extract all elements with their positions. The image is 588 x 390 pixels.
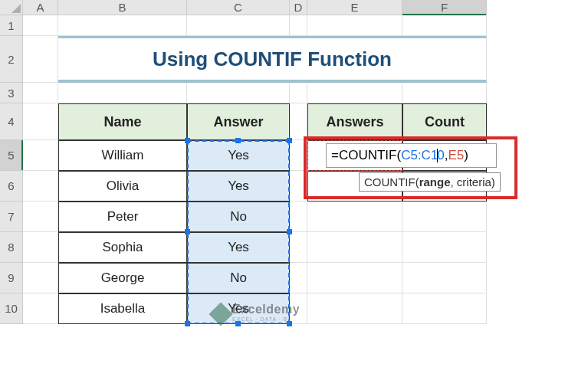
cell[interactable] <box>307 263 402 293</box>
table1-cell[interactable]: Yes <box>187 140 290 171</box>
hdr-text: Count <box>425 114 465 130</box>
cell[interactable] <box>23 83 58 103</box>
col-header-B[interactable]: B <box>58 0 187 15</box>
v: Yes <box>228 179 249 194</box>
col-label: B <box>118 1 126 14</box>
cell[interactable] <box>23 293 58 324</box>
cell[interactable] <box>23 232 58 263</box>
hdr-text: Answers <box>326 114 383 130</box>
select-all-corner[interactable] <box>0 0 23 15</box>
table1-header-answer[interactable]: Answer <box>187 103 290 140</box>
row-label: 6 <box>8 179 14 192</box>
v: Peter <box>107 209 139 224</box>
table1-cell[interactable]: Sophia <box>58 232 187 263</box>
v: Sophia <box>103 240 143 255</box>
cell[interactable] <box>23 171 58 202</box>
v: Isabella <box>100 301 146 316</box>
table1-cell[interactable]: George <box>58 263 187 293</box>
formula-text: =COUNTIF( <box>331 148 401 163</box>
table1-cell[interactable]: Yes <box>187 232 290 263</box>
cell[interactable] <box>402 293 487 324</box>
row-label: 2 <box>8 53 14 66</box>
tooltip-rest: , criteria) <box>451 175 495 188</box>
v: No <box>230 270 247 286</box>
col-header-E[interactable]: E <box>307 0 402 15</box>
table1-cell[interactable]: William <box>58 140 187 171</box>
tooltip-arg-range[interactable]: range <box>419 175 451 188</box>
table1-cell[interactable]: No <box>187 202 290 232</box>
cell[interactable] <box>402 15 487 36</box>
cell[interactable] <box>307 293 402 324</box>
col-header-C[interactable]: C <box>187 0 290 15</box>
cell[interactable] <box>58 83 187 103</box>
cell[interactable] <box>23 140 58 171</box>
row-header-5[interactable]: 5 <box>0 140 23 171</box>
row-header-8[interactable]: 8 <box>0 232 23 263</box>
tooltip-fn: COUNTIF( <box>364 175 419 188</box>
cell[interactable] <box>307 83 402 103</box>
cell[interactable] <box>290 202 307 232</box>
table2-header-count[interactable]: Count <box>402 103 487 140</box>
table1-cell[interactable]: Olivia <box>58 171 187 202</box>
row-label: 10 <box>5 302 18 315</box>
cell[interactable] <box>307 15 402 36</box>
row-header-3[interactable]: 3 <box>0 83 23 103</box>
row-label: 4 <box>8 115 14 128</box>
row-label: 3 <box>8 87 14 100</box>
cell[interactable] <box>402 263 487 293</box>
row-header-4[interactable]: 4 <box>0 103 23 140</box>
cell[interactable] <box>290 103 307 140</box>
row-label: 5 <box>8 149 14 162</box>
function-tooltip[interactable]: COUNTIF(range, criteria) <box>359 172 501 192</box>
cell[interactable] <box>58 15 187 36</box>
table2-header-answers[interactable]: Answers <box>307 103 402 140</box>
cell[interactable] <box>307 202 402 232</box>
row-header-1[interactable]: 1 <box>0 15 23 36</box>
col-label: C <box>234 1 242 14</box>
col-label: F <box>441 1 448 14</box>
table1-header-name[interactable]: Name <box>58 103 187 140</box>
formula-text: ) <box>464 148 468 163</box>
page-title[interactable]: Using COUNTIF Function <box>58 36 487 83</box>
watermark-subtitle: EXCEL · DATA · BI <box>232 316 300 322</box>
row-header-7[interactable]: 7 <box>0 202 23 232</box>
table1-cell[interactable]: No <box>187 263 290 293</box>
cell[interactable] <box>23 103 58 140</box>
cell[interactable] <box>23 202 58 232</box>
v: No <box>230 209 247 224</box>
cell[interactable] <box>402 83 487 103</box>
col-header-A[interactable]: A <box>23 0 58 15</box>
cell[interactable] <box>402 202 487 232</box>
cell[interactable] <box>23 36 58 83</box>
cell[interactable] <box>290 15 307 36</box>
hdr-text: Name <box>103 114 141 130</box>
table1-cell[interactable]: Peter <box>58 202 187 232</box>
cell[interactable] <box>187 15 290 36</box>
cell[interactable] <box>307 232 402 263</box>
formula-edit-box[interactable]: =COUNTIF(C5:C10,E5) <box>326 143 497 168</box>
col-label: A <box>36 1 44 14</box>
cell[interactable] <box>290 140 307 171</box>
row-label: 8 <box>8 241 14 254</box>
cell[interactable] <box>290 263 307 293</box>
watermark-title: Exceldemy <box>232 303 300 316</box>
col-header-F[interactable]: F <box>402 0 487 15</box>
col-header-D[interactable]: D <box>290 0 307 15</box>
cell[interactable] <box>187 83 290 103</box>
row-header-10[interactable]: 10 <box>0 293 23 324</box>
table1-cell[interactable]: Isabella <box>58 293 187 324</box>
row-header-9[interactable]: 9 <box>0 263 23 293</box>
table1-cell[interactable]: Yes <box>187 171 290 202</box>
formula-ref-range-tail: 0 <box>437 148 444 163</box>
v: Yes <box>228 240 249 255</box>
v: George <box>101 270 145 286</box>
row-header-2[interactable]: 2 <box>0 36 23 83</box>
v: Olivia <box>107 179 140 194</box>
row-header-6[interactable]: 6 <box>0 171 23 202</box>
cell[interactable] <box>290 83 307 103</box>
cell[interactable] <box>23 263 58 293</box>
cell[interactable] <box>290 171 307 202</box>
cell[interactable] <box>402 232 487 263</box>
cell[interactable] <box>290 232 307 263</box>
cell[interactable] <box>23 15 58 36</box>
